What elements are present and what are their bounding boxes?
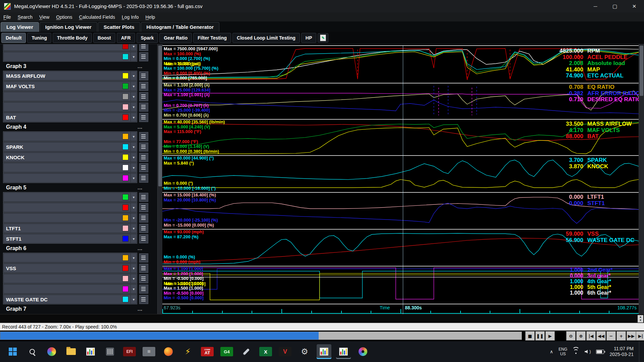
- channel-select[interactable]: ▾: [3, 44, 137, 51]
- menu-log-info[interactable]: Log Info: [118, 12, 142, 21]
- channel-menu-button[interactable]: [139, 113, 148, 122]
- efi-app-icon[interactable]: EFI: [122, 344, 137, 359]
- channel-select-bat[interactable]: BAT▾: [3, 113, 137, 122]
- group-menu-dots[interactable]: ...: [138, 185, 143, 190]
- playback-cursor-line[interactable]: [403, 45, 403, 314]
- channel-menu-button[interactable]: [139, 193, 148, 202]
- menu-view[interactable]: View: [36, 12, 53, 21]
- search-icon[interactable]: [25, 344, 40, 359]
- g4-app-icon[interactable]: G4: [219, 344, 234, 359]
- accesstuner-icon[interactable]: COBBAT: [200, 344, 215, 359]
- sidebar-scrollbar[interactable]: [157, 44, 163, 316]
- start-button[interactable]: [5, 344, 20, 359]
- language-indicator[interactable]: ENG US: [558, 347, 567, 356]
- subtab-new-view[interactable]: ✎: [318, 33, 328, 43]
- channel-select[interactable]: ▾: [3, 173, 137, 183]
- channel-select-spark[interactable]: SPARK▾: [3, 142, 137, 152]
- chart-app-icon[interactable]: [83, 344, 98, 359]
- chart-scrollbar[interactable]: [639, 44, 644, 316]
- channel-select[interactable]: ▾: [3, 132, 137, 141]
- show-desktop-button[interactable]: [639, 341, 641, 362]
- sidebar-scrollbar-thumb[interactable]: [158, 46, 162, 186]
- subtab-gear-ratio[interactable]: Gear Ratio: [159, 33, 192, 43]
- channel-select[interactable]: ▾: [3, 163, 137, 172]
- forward-button[interactable]: ▶▶: [627, 331, 636, 341]
- tab-ignition-log-viewer[interactable]: Ignition Log Viewer: [40, 22, 97, 32]
- scroll-up-icon[interactable]: ▲: [639, 315, 642, 319]
- megalogviewer-active-icon[interactable]: [317, 344, 331, 359]
- channel-menu-button[interactable]: [139, 52, 148, 61]
- maximize-button[interactable]: ▢: [605, 0, 625, 12]
- channel-select-vss[interactable]: VSS▾: [3, 263, 137, 273]
- scroll-arrows[interactable]: ▲▼: [638, 315, 643, 322]
- subtab-filter-testing[interactable]: Filter Testing: [193, 33, 231, 43]
- channel-select-ltft1[interactable]: LTFT1▾: [3, 224, 137, 233]
- megalogviewer-2-icon[interactable]: [336, 344, 351, 359]
- channel-select-maf-volts[interactable]: MAF VOLTS▾: [3, 81, 137, 91]
- subtab-spark[interactable]: Spark: [137, 33, 158, 43]
- playback-progress-bar[interactable]: [0, 331, 522, 340]
- graph-panel-4[interactable]: Max = 60.000 [44.900] (°)Max = 5.840 (°)…: [162, 155, 639, 193]
- channel-select-stft1[interactable]: STFT1▾: [3, 234, 137, 243]
- scroll-down-icon[interactable]: ▼: [639, 319, 642, 322]
- channel-select[interactable]: ▾: [3, 92, 137, 101]
- flash-app-icon[interactable]: ⚡: [180, 344, 195, 359]
- group-menu-dots[interactable]: ...: [138, 246, 143, 251]
- rewind-button[interactable]: ◀◀: [596, 331, 606, 341]
- graph-panel-1[interactable]: Max = 7500.000 [5947.000]Max = 100.000 (…: [162, 45, 639, 83]
- faster-button[interactable]: +: [616, 331, 626, 341]
- channel-menu-button[interactable]: [139, 82, 148, 91]
- battery-icon[interactable]: [596, 350, 604, 354]
- clock[interactable]: 11:07 PM 2025-03-21: [609, 346, 634, 357]
- channel-menu-button[interactable]: [139, 264, 148, 273]
- hidden-icons-chevron[interactable]: ∧: [550, 349, 553, 354]
- channel-menu-button[interactable]: [139, 214, 148, 223]
- subtab-hp[interactable]: HP: [301, 33, 316, 43]
- log-graph-area[interactable]: Max = 7500.000 [5947.000]Max = 100.000 (…: [162, 45, 639, 314]
- channel-menu-button[interactable]: [139, 253, 148, 262]
- channel-select[interactable]: ▾: [3, 52, 137, 61]
- subtab-closed-loop-limit-testing[interactable]: Closed Loop Limit Testing: [232, 33, 300, 43]
- channel-select[interactable]: ▾: [3, 102, 137, 112]
- wrench-tool-icon[interactable]: [239, 344, 254, 359]
- menu-file[interactable]: File: [0, 12, 14, 21]
- channel-menu-button[interactable]: [139, 92, 148, 101]
- channel-select-mass-airflow[interactable]: MASS AIRFLOW▾: [3, 71, 137, 80]
- skip-start-button[interactable]: |◀: [586, 331, 596, 341]
- channel-menu-button[interactable]: [139, 224, 148, 233]
- graph-panel-2[interactable]: Max = 1.100 [2.000] (λ)Max = 25.000 [129…: [162, 82, 639, 120]
- channel-menu-button[interactable]: [139, 142, 148, 152]
- firefox-icon[interactable]: [161, 344, 176, 359]
- channel-select[interactable]: ▾: [3, 213, 137, 223]
- subtab-boost[interactable]: Boost: [93, 33, 115, 43]
- channel-menu-button[interactable]: [139, 203, 148, 212]
- menu-help[interactable]: Help: [142, 12, 159, 21]
- menu-options[interactable]: Options: [53, 12, 75, 21]
- palette-app-icon[interactable]: [356, 344, 370, 359]
- subtab-tuning[interactable]: Tuning: [27, 33, 51, 43]
- subtab-throttle-body[interactable]: Throttle Body: [53, 33, 92, 43]
- channel-menu-button[interactable]: [139, 234, 148, 243]
- channel-select[interactable]: ▾: [3, 253, 137, 262]
- channel-menu-button[interactable]: [139, 44, 148, 51]
- channel-menu-button[interactable]: [139, 274, 148, 283]
- subtab-afr[interactable]: AFR: [117, 33, 135, 43]
- graph-panel-3[interactable]: Max = 40.000 [35.560] (lb/min)Max = 5.00…: [162, 119, 639, 156]
- group-menu-dots[interactable]: ...: [138, 306, 143, 312]
- graph-panel-6[interactable]: Max = 93.000 (mph)Max = 87.200 (%)Min = …: [162, 229, 639, 266]
- channel-menu-button[interactable]: [139, 285, 148, 294]
- excel-icon[interactable]: X: [258, 344, 273, 359]
- skip-end-button[interactable]: ▶|: [636, 331, 644, 341]
- channel-select[interactable]: ▾: [3, 274, 137, 283]
- channel-menu-button[interactable]: [139, 163, 148, 172]
- menu-search[interactable]: Search: [14, 12, 36, 21]
- channel-select-waste-gate-dc[interactable]: WASTE GATE DC▾: [3, 295, 137, 304]
- wifi-icon[interactable]: [573, 349, 579, 354]
- subtab-default[interactable]: Default: [1, 33, 26, 43]
- slower-button[interactable]: −: [606, 331, 616, 341]
- stop-button[interactable]: ■: [525, 331, 535, 341]
- v-app-icon[interactable]: V: [278, 344, 292, 359]
- graph-panel-5[interactable]: Max = 15.000 [16.400] (%)Max = 20.000 [1…: [162, 192, 639, 230]
- notes-app-icon[interactable]: ≡: [142, 344, 156, 359]
- play-button[interactable]: ▶: [545, 331, 555, 341]
